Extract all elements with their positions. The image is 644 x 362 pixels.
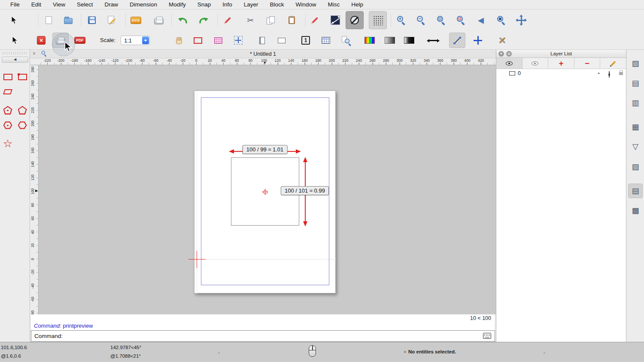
document-tab-title[interactable]: * Untitled 1	[30, 51, 496, 57]
h-ruler-tick: 160	[298, 58, 311, 63]
polygon-center-corner-tool[interactable]	[1, 103, 15, 117]
menu-item-file[interactable]: File	[10, 1, 20, 8]
edit-drawing-button[interactable]	[103, 11, 121, 29]
h-ruler-tick: 20	[204, 58, 216, 63]
star-icon	[3, 139, 12, 148]
widget-library-browser[interactable]: ▨	[628, 160, 643, 174]
select-tool-button-2[interactable]	[7, 33, 23, 48]
black-gradient-icon	[404, 37, 414, 44]
hatch-button[interactable]	[210, 33, 226, 48]
line-width-button[interactable]	[425, 33, 441, 48]
v-ruler-tick: 60	[30, 212, 35, 225]
landscape-page-button[interactable]	[273, 33, 290, 48]
status-separator-dot	[218, 352, 220, 354]
cut-button[interactable]: ✂	[241, 11, 259, 29]
menu-item-select[interactable]: Select	[77, 1, 93, 8]
previous-view-button[interactable]: ◀	[472, 11, 490, 29]
drawing-canvas[interactable]: 100 / 99 ≈ 1.01 100 / 101 ≈ 0.99	[39, 65, 496, 314]
h-ruler-tick: 80	[244, 58, 257, 63]
draft-zoom-button[interactable]	[338, 33, 354, 48]
v-ruler-tick: 200	[30, 117, 35, 130]
select-tool-button[interactable]	[5, 11, 23, 29]
palette-drag-handle[interactable]	[2, 51, 28, 55]
rectangle-corner-size-tool[interactable]	[15, 70, 29, 84]
ruler-corner	[30, 58, 39, 65]
keyboard-icon[interactable]	[483, 333, 491, 339]
pan-hand-button[interactable]	[170, 33, 187, 48]
new-file-button[interactable]	[39, 11, 58, 29]
line-angle-button[interactable]	[449, 33, 465, 48]
redo-button[interactable]	[194, 11, 213, 29]
close-preview-button[interactable]: ×	[33, 33, 49, 48]
widget-selection-filter[interactable]: ▽	[628, 139, 643, 154]
center-marker-button[interactable]	[230, 33, 246, 48]
menu-item-misc[interactable]: Misc	[328, 1, 340, 8]
open-file-button[interactable]	[59, 11, 77, 29]
zoom-in-button[interactable]: +	[392, 11, 410, 29]
v-ruler-tick: 100	[30, 185, 35, 198]
restrict-off-button[interactable]	[346, 11, 364, 29]
rectangle-2corner-tool[interactable]	[1, 70, 15, 84]
pan-zoom-button[interactable]	[512, 11, 530, 29]
grayscale-button[interactable]	[382, 33, 398, 48]
pen-tool-button[interactable]	[306, 11, 324, 29]
menu-item-layer[interactable]: Layer	[244, 1, 258, 8]
zoom-selection-button[interactable]	[452, 11, 470, 29]
paste-button[interactable]	[283, 11, 301, 29]
print-button[interactable]	[150, 11, 168, 29]
page-grid-button[interactable]	[318, 33, 334, 48]
draw-rectangle-button[interactable]	[190, 33, 206, 48]
edit-layer-button[interactable]	[600, 58, 626, 69]
export-pdf-button[interactable]: PDF	[72, 33, 88, 48]
rectangle-rotated-tool[interactable]	[1, 85, 15, 99]
widget-3d-view[interactable]: ▧	[628, 56, 643, 71]
polygon-side-tool[interactable]	[1, 118, 15, 132]
portrait-page-button[interactable]	[254, 33, 270, 48]
widget-property-editor[interactable]: ▦	[628, 120, 643, 134]
layer-row[interactable]: 0	[496, 69, 626, 78]
command-input[interactable]: Command:	[31, 330, 495, 342]
zoom-window-button[interactable]	[492, 11, 510, 29]
undo-button[interactable]	[174, 11, 192, 29]
star-tool[interactable]	[1, 137, 15, 151]
layer-lock-icon[interactable]	[619, 72, 623, 75]
menu-item-help[interactable]: Help	[351, 1, 363, 8]
widget-clipboard[interactable]: ▩	[628, 203, 643, 218]
scale-select[interactable]: 1:1	[121, 36, 150, 45]
menu-item-info[interactable]: Info	[222, 1, 232, 8]
line-selection-button[interactable]	[326, 11, 344, 29]
print-preview-button[interactable]	[52, 33, 69, 48]
widget-block-list[interactable]: ▤	[628, 76, 643, 90]
print-preview-icon	[56, 39, 65, 45]
widget-view-list[interactable]: ▥	[628, 96, 643, 110]
copy-button[interactable]	[261, 11, 279, 29]
menu-item-view[interactable]: View	[53, 1, 65, 8]
full-color-button[interactable]	[361, 33, 378, 48]
menu-item-block[interactable]: Block	[270, 1, 284, 8]
layer-visibility-icon[interactable]	[609, 71, 610, 78]
grid-snap-button[interactable]	[369, 11, 387, 29]
settings-tools-button[interactable]	[494, 33, 510, 48]
remove-layer-button[interactable]: −	[574, 58, 601, 69]
fit-one-page-button[interactable]: 1	[298, 33, 314, 48]
add-layer-button[interactable]: +	[548, 58, 574, 69]
crosshair-plus-button[interactable]	[470, 33, 486, 48]
menu-item-draw[interactable]: Draw	[105, 1, 118, 8]
zoom-out-button[interactable]: −	[412, 11, 430, 29]
show-all-layers-button[interactable]	[496, 58, 522, 69]
export-svg-button[interactable]: SVG	[127, 11, 145, 29]
menu-item-edit[interactable]: Edit	[31, 1, 41, 8]
hide-all-layers-button[interactable]	[522, 58, 549, 69]
menu-item-window[interactable]: Window	[296, 1, 316, 8]
menu-item-dimension[interactable]: Dimension	[130, 1, 157, 8]
widget-layer-list[interactable]: ▤	[628, 184, 643, 198]
polygon-2point-tool[interactable]	[15, 103, 29, 117]
polygon-vertex-tool[interactable]	[15, 118, 29, 132]
palette-collapse-button[interactable]: ◀	[2, 57, 28, 63]
eraser-tool-button[interactable]	[219, 11, 237, 29]
black-white-button[interactable]	[401, 33, 417, 48]
save-file-button[interactable]	[83, 11, 101, 29]
auto-zoom-button[interactable]	[432, 11, 450, 29]
menu-item-snap[interactable]: Snap	[197, 1, 211, 8]
menu-item-modify[interactable]: Modify	[169, 1, 186, 8]
